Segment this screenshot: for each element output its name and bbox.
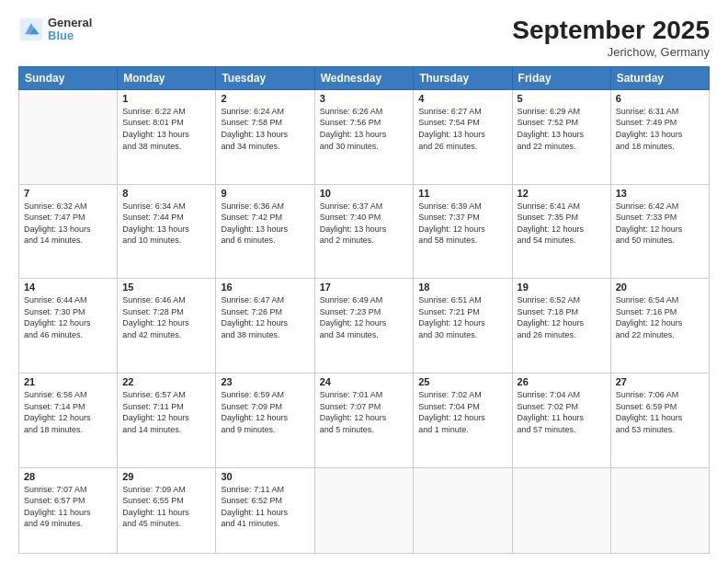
- day-info: Sunrise: 7:07 AM Sunset: 6:57 PM Dayligh…: [24, 484, 112, 530]
- day-info: Sunrise: 7:06 AM Sunset: 6:59 PM Dayligh…: [616, 389, 704, 435]
- calendar-week-4: 21Sunrise: 6:56 AM Sunset: 7:14 PM Dayli…: [19, 373, 710, 467]
- day-info: Sunrise: 6:22 AM Sunset: 8:01 PM Dayligh…: [122, 106, 210, 152]
- logo-line2: Blue: [48, 29, 92, 42]
- day-info: Sunrise: 6:26 AM Sunset: 7:56 PM Dayligh…: [320, 106, 409, 152]
- calendar-week-2: 7Sunrise: 6:32 AM Sunset: 7:47 PM Daylig…: [19, 184, 710, 279]
- calendar-week-3: 14Sunrise: 6:44 AM Sunset: 7:30 PM Dayli…: [19, 279, 710, 373]
- day-info: Sunrise: 6:54 AM Sunset: 7:16 PM Dayligh…: [616, 294, 704, 340]
- day-info: Sunrise: 6:32 AM Sunset: 7:47 PM Dayligh…: [24, 201, 112, 247]
- calendar-cell: 16Sunrise: 6:47 AM Sunset: 7:26 PM Dayli…: [216, 279, 314, 373]
- calendar-cell: 2Sunrise: 6:24 AM Sunset: 7:58 PM Daylig…: [216, 89, 314, 184]
- day-info: Sunrise: 6:36 AM Sunset: 7:42 PM Dayligh…: [221, 201, 309, 247]
- calendar-cell: [512, 467, 610, 553]
- calendar-cell: 14Sunrise: 6:44 AM Sunset: 7:30 PM Dayli…: [19, 279, 118, 373]
- day-info: Sunrise: 6:59 AM Sunset: 7:09 PM Dayligh…: [221, 389, 309, 435]
- day-number: 18: [418, 282, 506, 293]
- calendar-cell: 26Sunrise: 7:04 AM Sunset: 7:02 PM Dayli…: [512, 373, 610, 467]
- day-info: Sunrise: 7:04 AM Sunset: 7:02 PM Dayligh…: [518, 389, 606, 435]
- day-info: Sunrise: 6:51 AM Sunset: 7:21 PM Dayligh…: [418, 294, 506, 340]
- calendar-cell: 24Sunrise: 7:01 AM Sunset: 7:07 PM Dayli…: [314, 373, 414, 467]
- day-info: Sunrise: 7:01 AM Sunset: 7:07 PM Dayligh…: [320, 389, 409, 435]
- logo-text: General Blue: [48, 17, 92, 43]
- calendar-cell: 1Sunrise: 6:22 AM Sunset: 8:01 PM Daylig…: [118, 89, 216, 184]
- day-number: 5: [518, 93, 606, 104]
- day-info: Sunrise: 7:02 AM Sunset: 7:04 PM Dayligh…: [418, 389, 506, 435]
- page: General Blue September 2025 Jerichow, Ge…: [0, 0, 728, 563]
- calendar-cell: 17Sunrise: 6:49 AM Sunset: 7:23 PM Dayli…: [314, 279, 414, 373]
- day-number: 12: [518, 188, 606, 199]
- calendar-table: SundayMondayTuesdayWednesdayThursdayFrid…: [18, 66, 710, 554]
- day-info: Sunrise: 7:11 AM Sunset: 6:52 PM Dayligh…: [221, 484, 309, 530]
- calendar-week-1: 1Sunrise: 6:22 AM Sunset: 8:01 PM Daylig…: [19, 89, 710, 184]
- calendar-cell: 8Sunrise: 6:34 AM Sunset: 7:44 PM Daylig…: [118, 184, 216, 279]
- day-info: Sunrise: 6:52 AM Sunset: 7:18 PM Dayligh…: [518, 294, 606, 340]
- day-info: Sunrise: 6:42 AM Sunset: 7:33 PM Dayligh…: [616, 201, 704, 247]
- calendar-subtitle: Jerichow, Germany: [512, 45, 710, 59]
- day-number: 28: [24, 471, 112, 482]
- calendar-cell: 12Sunrise: 6:41 AM Sunset: 7:35 PM Dayli…: [512, 184, 610, 279]
- calendar-cell: 6Sunrise: 6:31 AM Sunset: 7:49 PM Daylig…: [610, 89, 709, 184]
- calendar-cell: 27Sunrise: 7:06 AM Sunset: 6:59 PM Dayli…: [610, 373, 709, 467]
- logo: General Blue: [18, 17, 92, 43]
- calendar-cell: 19Sunrise: 6:52 AM Sunset: 7:18 PM Dayli…: [512, 279, 610, 373]
- day-number: 30: [221, 471, 309, 482]
- calendar-title: September 2025: [512, 17, 710, 45]
- day-number: 11: [418, 188, 506, 199]
- day-number: 29: [122, 471, 210, 482]
- calendar-cell: 9Sunrise: 6:36 AM Sunset: 7:42 PM Daylig…: [216, 184, 314, 279]
- day-number: 4: [418, 93, 506, 104]
- title-block: September 2025 Jerichow, Germany: [512, 17, 710, 59]
- day-number: 6: [616, 93, 704, 104]
- calendar-cell: 10Sunrise: 6:37 AM Sunset: 7:40 PM Dayli…: [314, 184, 414, 279]
- calendar-week-5: 28Sunrise: 7:07 AM Sunset: 6:57 PM Dayli…: [19, 467, 710, 553]
- day-number: 1: [122, 93, 210, 104]
- day-header-friday: Friday: [512, 66, 610, 89]
- day-info: Sunrise: 6:34 AM Sunset: 7:44 PM Dayligh…: [122, 201, 210, 247]
- day-number: 22: [122, 376, 210, 387]
- day-number: 25: [418, 376, 506, 387]
- day-number: 21: [24, 376, 112, 387]
- day-info: Sunrise: 7:09 AM Sunset: 6:55 PM Dayligh…: [122, 484, 210, 530]
- day-number: 10: [320, 188, 409, 199]
- day-number: 26: [518, 376, 606, 387]
- day-number: 9: [221, 188, 309, 199]
- calendar-cell: 20Sunrise: 6:54 AM Sunset: 7:16 PM Dayli…: [610, 279, 709, 373]
- day-number: 3: [320, 93, 409, 104]
- calendar-cell: 4Sunrise: 6:27 AM Sunset: 7:54 PM Daylig…: [414, 89, 512, 184]
- day-info: Sunrise: 6:56 AM Sunset: 7:14 PM Dayligh…: [24, 389, 112, 435]
- calendar-cell: 11Sunrise: 6:39 AM Sunset: 7:37 PM Dayli…: [414, 184, 512, 279]
- day-number: 23: [221, 376, 309, 387]
- calendar-cell: 3Sunrise: 6:26 AM Sunset: 7:56 PM Daylig…: [314, 89, 414, 184]
- day-header-sunday: Sunday: [19, 66, 118, 89]
- day-number: 17: [320, 282, 409, 293]
- day-info: Sunrise: 6:39 AM Sunset: 7:37 PM Dayligh…: [418, 201, 506, 247]
- day-header-monday: Monday: [118, 66, 216, 89]
- calendar-cell: [610, 467, 709, 553]
- calendar-cell: [414, 467, 512, 553]
- day-number: 7: [24, 188, 112, 199]
- header: General Blue September 2025 Jerichow, Ge…: [18, 17, 710, 59]
- calendar-cell: 21Sunrise: 6:56 AM Sunset: 7:14 PM Dayli…: [19, 373, 118, 467]
- day-info: Sunrise: 6:29 AM Sunset: 7:52 PM Dayligh…: [518, 106, 606, 152]
- calendar-cell: 28Sunrise: 7:07 AM Sunset: 6:57 PM Dayli…: [19, 467, 118, 553]
- calendar-cell: 25Sunrise: 7:02 AM Sunset: 7:04 PM Dayli…: [414, 373, 512, 467]
- calendar-cell: 13Sunrise: 6:42 AM Sunset: 7:33 PM Dayli…: [610, 184, 709, 279]
- day-header-wednesday: Wednesday: [314, 66, 414, 89]
- day-info: Sunrise: 6:49 AM Sunset: 7:23 PM Dayligh…: [320, 294, 409, 340]
- day-number: 8: [122, 188, 210, 199]
- day-number: 15: [122, 282, 210, 293]
- day-info: Sunrise: 6:24 AM Sunset: 7:58 PM Dayligh…: [221, 106, 309, 152]
- day-info: Sunrise: 6:41 AM Sunset: 7:35 PM Dayligh…: [518, 201, 606, 247]
- day-info: Sunrise: 6:37 AM Sunset: 7:40 PM Dayligh…: [320, 201, 409, 247]
- day-number: 27: [616, 376, 704, 387]
- day-number: 24: [320, 376, 409, 387]
- logo-line1: General: [48, 17, 92, 29]
- day-header-thursday: Thursday: [414, 66, 512, 89]
- day-number: 20: [616, 282, 704, 293]
- day-number: 13: [616, 188, 704, 199]
- calendar-cell: 22Sunrise: 6:57 AM Sunset: 7:11 PM Dayli…: [118, 373, 216, 467]
- logo-icon: [18, 17, 44, 42]
- calendar-cell: 30Sunrise: 7:11 AM Sunset: 6:52 PM Dayli…: [216, 467, 314, 553]
- day-info: Sunrise: 6:31 AM Sunset: 7:49 PM Dayligh…: [616, 106, 704, 152]
- calendar-cell: 7Sunrise: 6:32 AM Sunset: 7:47 PM Daylig…: [19, 184, 118, 279]
